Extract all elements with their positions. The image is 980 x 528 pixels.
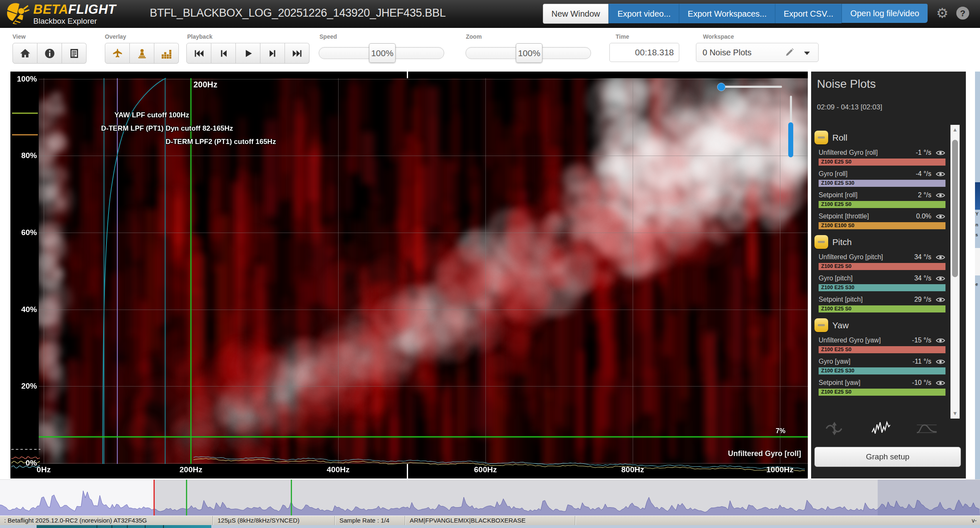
eye-icon[interactable]	[935, 213, 945, 220]
field-curve-badge[interactable]: Z100 E25 S0	[819, 201, 945, 208]
field-curve-badge[interactable]: Z100 E25 S0	[819, 305, 945, 312]
y-tick: 60%	[10, 228, 37, 237]
workspace-value: 0 Noise Plots	[703, 48, 752, 57]
spectrum-analyser-panel[interactable]: 100% 80% 60% 40% 20% 0% 0Hz 200Hz 400Hz …	[10, 72, 808, 478]
field-curve-badge[interactable]: Z100 E25 S30	[819, 180, 945, 187]
field-item: Setpoint [yaw]-10 °/s Z100 E25 S0	[819, 378, 945, 396]
overview-range-marker-start[interactable]	[186, 480, 187, 516]
view-buttons	[12, 43, 87, 64]
speed-value[interactable]: 100%	[369, 43, 396, 63]
blackbox-explorer-window: BETAFLIGHT Blackbox Explorer BTFL_BLACKB…	[0, 0, 980, 528]
craft-overlay-button[interactable]	[105, 43, 130, 64]
scrollbar-thumb[interactable]	[952, 140, 958, 277]
scroll-up-icon[interactable]: ▲	[950, 125, 960, 135]
overview-shade	[154, 480, 980, 516]
edge-white-patch	[975, 248, 980, 275]
stick-response-icon[interactable]	[824, 420, 845, 437]
eye-icon[interactable]	[935, 296, 945, 303]
settings-gear-icon[interactable]: ⚙	[936, 6, 948, 21]
next-frame-button[interactable]	[260, 43, 285, 64]
collapse-group-button[interactable]	[814, 131, 828, 144]
playback-label: Playback	[187, 33, 213, 40]
overview-shade-right	[878, 480, 980, 516]
play-button[interactable]	[236, 43, 260, 64]
field-curve-badge[interactable]: Z100 E100 S0	[819, 222, 945, 229]
x-tick: 600Hz	[467, 465, 504, 474]
export-csv-button[interactable]: Export CSV...	[775, 4, 841, 23]
home-button[interactable]	[12, 43, 37, 64]
scroll-down-icon[interactable]: ▼	[950, 409, 960, 419]
collapse-group-button[interactable]	[814, 318, 828, 332]
spectrum-field-label: Unfiltered Gyro [roll]	[728, 449, 801, 458]
field-value: 34 °/s	[914, 275, 931, 282]
step-response-icon[interactable]	[916, 420, 938, 437]
field-item: Gyro [pitch]34 °/s Z100 E25 S30	[819, 274, 945, 291]
x-tick: 0Hz	[25, 465, 62, 474]
flags-status: ARM|FPVANGLEMIX|BLACKBOXERASE	[406, 516, 575, 525]
open-log-button[interactable]: Open log file/video	[841, 4, 928, 23]
analyser-zoom-x-handle[interactable]	[717, 83, 725, 91]
prev-frame-button[interactable]	[211, 43, 236, 64]
field-curve-badge[interactable]: Z100 E25 S0	[819, 346, 945, 353]
view-label: View	[12, 33, 26, 40]
field-item: Setpoint [roll]2 °/s Z100 E25 S0	[819, 191, 945, 208]
eye-icon[interactable]	[935, 358, 945, 365]
field-value: -10 °/s	[912, 379, 931, 387]
analyser-overlay-button[interactable]	[154, 43, 179, 64]
log-info-button[interactable]	[37, 43, 62, 64]
field-curve-badge[interactable]: Z100 E25 S30	[819, 284, 945, 291]
log-overview-strip[interactable]	[0, 479, 980, 516]
eye-icon[interactable]	[935, 337, 945, 344]
eye-icon[interactable]	[935, 171, 945, 178]
analyser-zoom-x-slider[interactable]	[720, 86, 782, 88]
time-cursor-bottom	[407, 464, 408, 478]
field-item: Setpoint [pitch]29 °/s Z100 E25 S0	[819, 295, 945, 312]
field-label: Unfiltered Gyro [pitch]	[819, 253, 914, 261]
field-item: Gyro [yaw]-11 °/s Z100 E25 S30	[819, 357, 945, 374]
field-curve-badge[interactable]: Z100 E25 S0	[819, 159, 945, 166]
help-icon[interactable]: ?	[956, 7, 969, 20]
field-value: -4 °/s	[916, 170, 931, 178]
overview-range-marker-end[interactable]	[291, 480, 292, 516]
threshold-label: 7%	[776, 427, 785, 435]
eye-icon[interactable]	[935, 254, 945, 261]
export-video-button[interactable]: Export video...	[609, 4, 679, 23]
time-input[interactable]: 00:18.318	[609, 43, 679, 62]
analyser-zoom-y-handle[interactable]	[788, 122, 793, 157]
edge-letter: e	[975, 282, 980, 287]
minus-icon	[818, 241, 825, 243]
logo-subtitle: Blackbox Explorer	[33, 17, 116, 25]
next-frame-icon	[267, 48, 278, 59]
eye-icon[interactable]	[935, 379, 945, 387]
zoom-slider[interactable]: 100%	[465, 47, 591, 59]
sticks-icon	[136, 48, 148, 59]
noise-icon[interactable]	[870, 420, 891, 437]
eye-icon[interactable]	[935, 192, 945, 199]
field-curve-badge[interactable]: Z100 E25 S0	[819, 389, 945, 396]
speed-slider[interactable]: 100%	[319, 47, 444, 59]
time-label: Time	[616, 33, 629, 40]
collapse-group-button[interactable]	[814, 235, 828, 249]
skip-start-button[interactable]	[186, 43, 211, 64]
field-curve-badge[interactable]: Z100 E25 S30	[819, 367, 945, 374]
prev-frame-icon	[218, 48, 229, 59]
sticks-overlay-button[interactable]	[130, 43, 154, 64]
frequency-marker-label: 200Hz	[193, 80, 218, 89]
workspace-select[interactable]: 0 Noise Plots	[696, 43, 819, 62]
overview-current-marker[interactable]	[153, 480, 155, 516]
eye-icon[interactable]	[935, 275, 945, 282]
log-fields-button[interactable]	[62, 43, 87, 64]
field-item: Unfiltered Gyro [roll]-1 °/s Z100 E25 S0	[819, 148, 945, 166]
graph-setup-button[interactable]: Graph setup	[814, 447, 961, 467]
skip-end-button[interactable]	[285, 43, 309, 64]
zoom-value[interactable]: 100%	[516, 43, 542, 63]
edit-pencil-icon[interactable]	[785, 48, 794, 57]
y-tick: 40%	[10, 305, 37, 314]
field-curve-badge[interactable]: Z100 E25 S0	[819, 263, 945, 270]
new-window-button[interactable]: New Window	[543, 4, 609, 24]
eye-icon[interactable]	[935, 149, 945, 156]
export-workspaces-button[interactable]: Export Workspaces...	[679, 4, 775, 23]
field-label: Setpoint [pitch]	[819, 296, 914, 303]
sidebar-scrollbar[interactable]: ▲ ▼	[950, 125, 960, 419]
field-label: Gyro [roll]	[819, 170, 916, 178]
